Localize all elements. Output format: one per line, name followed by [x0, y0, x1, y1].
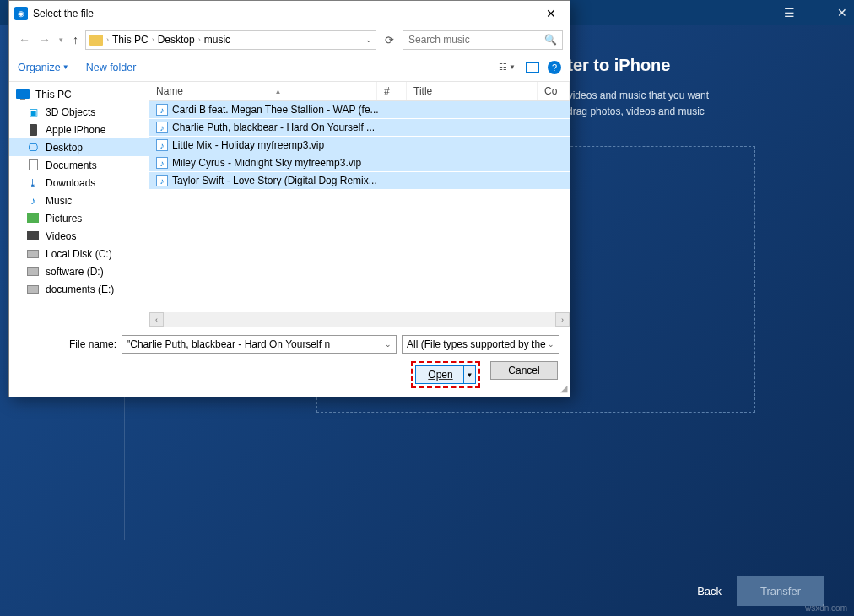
- nav-up-icon[interactable]: ↑: [69, 33, 82, 46]
- search-icon[interactable]: 🔍: [544, 34, 557, 46]
- open-dropdown-icon[interactable]: ▼: [463, 366, 475, 383]
- file-row[interactable]: ♪Charlie Puth, blackbear - Hard On Yours…: [149, 119, 570, 137]
- crumb-desktop[interactable]: Desktop: [158, 34, 195, 46]
- file-list: ♪Cardi B feat. Megan Thee Stallion - WAP…: [149, 101, 570, 312]
- chevron-down-icon: ⌄: [385, 340, 392, 349]
- dialog-title: Select the file: [33, 8, 538, 19]
- chevron-right-icon: ›: [198, 35, 201, 44]
- scroll-right-icon[interactable]: ›: [555, 312, 570, 327]
- new-folder-button[interactable]: New folder: [86, 62, 137, 73]
- nav-apple-iphone[interactable]: Apple iPhone: [9, 121, 149, 138]
- audio-file-icon: ♪: [156, 122, 168, 133]
- file-type-filter[interactable]: All (File types supported by the⌄: [402, 335, 559, 354]
- column-number[interactable]: #: [377, 82, 407, 100]
- file-row[interactable]: ♪Little Mix - Holiday myfreemp3.vip: [149, 137, 570, 154]
- audio-file-icon: ♪: [156, 175, 168, 186]
- resize-grip-icon[interactable]: ◢: [560, 383, 567, 394]
- bg-footer: Back Transfer: [0, 565, 854, 616]
- watermark: wsxdn.com: [805, 603, 847, 613]
- dialog-toolbar: Organize▼ New folder ☷ ▼ ?: [9, 53, 570, 82]
- view-mode-button[interactable]: ☷ ▼: [499, 62, 522, 73]
- search-input[interactable]: [408, 34, 544, 46]
- help-icon[interactable]: ?: [548, 61, 561, 74]
- nav-desktop[interactable]: 🖵Desktop: [9, 138, 149, 156]
- file-open-dialog: ◉ Select the file ✕ ← → ▾ ↑ › This PC › …: [8, 0, 570, 397]
- horizontal-scrollbar[interactable]: ‹ ›: [149, 312, 570, 327]
- nav-videos[interactable]: Videos: [9, 227, 149, 245]
- nav-pictures[interactable]: Pictures: [9, 209, 149, 227]
- filename-input[interactable]: "Charlie Puth, blackbear - Hard On Yours…: [122, 335, 397, 354]
- chevron-right-icon: ›: [106, 35, 109, 44]
- column-title[interactable]: Title: [407, 82, 538, 100]
- nav-this-pc[interactable]: This PC: [9, 85, 149, 103]
- transfer-button[interactable]: Transfer: [737, 576, 824, 606]
- dialog-nav-bar: ← → ▾ ↑ › This PC › Desktop › music ⌄ ⟳ …: [9, 26, 570, 53]
- file-row[interactable]: ♪Taylor Swift - Love Story (Digital Dog …: [149, 172, 570, 190]
- file-row[interactable]: ♪Miley Cyrus - Midnight Sky myfreemp3.vi…: [149, 154, 570, 172]
- chevron-down-icon: ⌄: [548, 340, 554, 349]
- nav-music[interactable]: ♪Music: [9, 192, 149, 209]
- file-list-header: Name▲ # Title Co: [149, 82, 570, 101]
- refresh-icon[interactable]: ⟳: [380, 34, 399, 46]
- audio-file-icon: ♪: [156, 139, 168, 151]
- open-button-highlight: Open ▼: [411, 361, 480, 388]
- app-icon: ◉: [14, 7, 28, 20]
- nav-documents[interactable]: Documents: [9, 156, 149, 174]
- nav-forward-icon[interactable]: →: [36, 33, 53, 46]
- nav-software-d[interactable]: software (D:): [9, 262, 149, 280]
- crumb-this-pc[interactable]: This PC: [112, 34, 149, 46]
- nav-3d-objects[interactable]: ▣3D Objects: [9, 103, 149, 121]
- filename-label: File name:: [19, 338, 116, 350]
- file-row[interactable]: ♪Cardi B feat. Megan Thee Stallion - WAP…: [149, 101, 570, 119]
- nav-documents-e[interactable]: documents (E:): [9, 280, 149, 298]
- sort-asc-icon: ▲: [275, 88, 282, 95]
- minimize-icon[interactable]: —: [810, 6, 822, 19]
- folder-icon: [89, 35, 103, 46]
- chevron-right-icon: ›: [152, 35, 154, 44]
- dialog-titlebar: ◉ Select the file ✕: [9, 1, 570, 26]
- file-list-pane: Name▲ # Title Co ♪Cardi B feat. Megan Th…: [149, 82, 570, 327]
- audio-file-icon: ♪: [156, 104, 168, 116]
- dialog-close-button[interactable]: ✕: [538, 3, 565, 24]
- list-icon[interactable]: ☰: [784, 6, 795, 19]
- preview-pane-toggle[interactable]: [526, 62, 539, 73]
- nav-back-icon[interactable]: ←: [16, 33, 33, 46]
- crumb-music[interactable]: music: [204, 34, 230, 46]
- address-dropdown-icon[interactable]: ⌄: [365, 35, 372, 44]
- nav-downloads[interactable]: ⭳Downloads: [9, 174, 149, 192]
- cancel-button[interactable]: Cancel: [490, 361, 558, 380]
- organize-menu[interactable]: Organize▼: [18, 62, 69, 73]
- close-icon[interactable]: ✕: [837, 6, 847, 19]
- address-bar[interactable]: › This PC › Desktop › music ⌄: [85, 30, 376, 50]
- nav-history-dropdown[interactable]: ▾: [57, 35, 66, 44]
- dialog-footer: File name: "Charlie Puth, blackbear - Ha…: [9, 327, 570, 397]
- audio-file-icon: ♪: [156, 157, 168, 169]
- column-name[interactable]: Name▲: [149, 82, 377, 100]
- scroll-left-icon[interactable]: ‹: [149, 312, 164, 327]
- back-button[interactable]: Back: [697, 585, 722, 597]
- nav-local-disk[interactable]: Local Disk (C:): [9, 245, 149, 262]
- column-contributing[interactable]: Co: [538, 82, 570, 100]
- navigation-pane: This PC ▣3D Objects Apple iPhone 🖵Deskto…: [9, 82, 149, 327]
- open-button[interactable]: Open ▼: [415, 365, 476, 384]
- search-box[interactable]: 🔍: [403, 30, 563, 50]
